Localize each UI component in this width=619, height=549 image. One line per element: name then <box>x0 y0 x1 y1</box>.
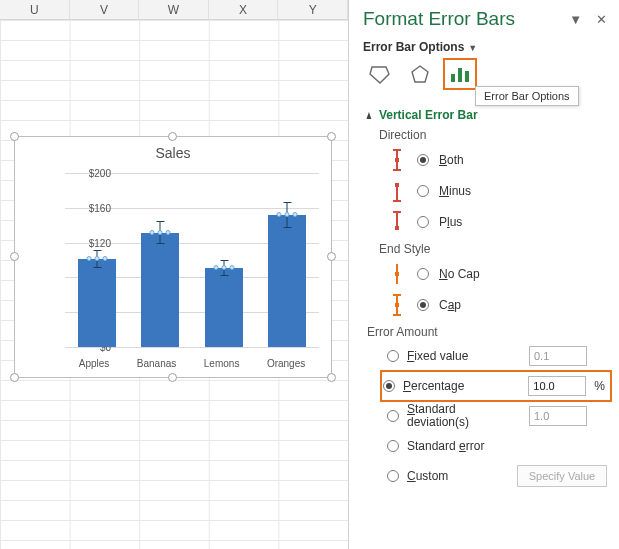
svg-rect-4 <box>465 71 469 82</box>
col-header[interactable]: W <box>139 0 209 19</box>
svg-rect-8 <box>395 158 399 162</box>
direction-minus-option[interactable]: Minus <box>387 177 607 205</box>
chart-x-axis: ApplesBananasLemonsOranges <box>65 358 319 369</box>
cap-glyph-icon <box>387 293 407 317</box>
svg-rect-9 <box>395 183 399 187</box>
embedded-chart[interactable]: Sales $0$40$80$120$160$200 ApplesBananas… <box>14 136 332 378</box>
column-headers: U V W X Y <box>0 0 348 20</box>
chart-bar[interactable] <box>268 215 306 347</box>
format-error-bars-pane: Format Error Bars ▼ ✕ Error Bar Options▼… <box>348 0 619 549</box>
direction-label: Direction <box>379 128 607 142</box>
specify-value-button[interactable]: Specify Value <box>517 465 607 487</box>
stddev-input[interactable]: 1.0 <box>529 406 587 426</box>
option-label: Fixed value <box>407 349 468 363</box>
custom-option[interactable]: Custom Specify Value <box>387 463 607 489</box>
radio[interactable] <box>387 470 399 482</box>
x-tick-label: Bananas <box>137 358 176 369</box>
chart-plot-area[interactable]: $0$40$80$120$160$200 <box>65 173 319 347</box>
col-header[interactable]: X <box>209 0 279 19</box>
fixed-value-option[interactable]: Fixed value 0.1 <box>387 343 607 369</box>
error-bar-options-dropdown[interactable]: Error Bar Options▼ <box>363 40 607 54</box>
svg-marker-0 <box>370 67 389 83</box>
resize-handle[interactable] <box>327 132 336 141</box>
resize-handle[interactable] <box>10 132 19 141</box>
percent-suffix: % <box>594 379 605 393</box>
minus-glyph-icon <box>387 179 407 203</box>
option-label: Standard deviation(s) <box>407 403 469 429</box>
chart-bar[interactable] <box>141 233 179 347</box>
end-style-nocap-option[interactable]: No Cap <box>387 260 607 288</box>
svg-rect-20 <box>395 303 399 307</box>
pane-options-dropdown-icon[interactable]: ▼ <box>569 12 582 27</box>
fill-and-line-icon[interactable] <box>367 62 393 86</box>
error-amount-label: Error Amount <box>367 325 607 339</box>
option-label: Cap <box>439 298 461 312</box>
col-header[interactable]: U <box>0 0 70 19</box>
worksheet-area[interactable]: U V W X Y Sales $0$40$80$120$160$200 App… <box>0 0 348 549</box>
direction-plus-option[interactable]: Plus <box>387 208 607 236</box>
chart-bar[interactable] <box>78 259 116 347</box>
standard-deviation-option[interactable]: Standard deviation(s) 1.0 <box>387 403 607 429</box>
svg-marker-1 <box>412 66 428 82</box>
radio[interactable] <box>387 350 399 362</box>
pane-title: Format Error Bars <box>363 8 515 30</box>
x-tick-label: Lemons <box>204 358 240 369</box>
resize-handle[interactable] <box>10 373 19 382</box>
radio[interactable] <box>417 185 429 197</box>
end-style-label: End Style <box>379 242 607 256</box>
radio[interactable] <box>387 410 399 422</box>
svg-rect-3 <box>458 68 462 82</box>
end-style-cap-option[interactable]: Cap <box>387 291 607 319</box>
option-label: No Cap <box>439 267 480 281</box>
effects-icon[interactable] <box>407 62 433 86</box>
fixed-value-input[interactable]: 0.1 <box>529 346 587 366</box>
resize-handle[interactable] <box>10 252 19 261</box>
radio[interactable] <box>417 154 429 166</box>
both-glyph-icon <box>387 148 407 172</box>
option-label: Minus <box>439 184 471 198</box>
radio[interactable] <box>417 299 429 311</box>
plus-glyph-icon <box>387 210 407 234</box>
option-label: Plus <box>439 215 462 229</box>
resize-handle[interactable] <box>168 373 177 382</box>
no-cap-glyph-icon <box>387 262 407 286</box>
radio[interactable] <box>383 380 395 392</box>
resize-handle[interactable] <box>327 373 336 382</box>
x-tick-label: Oranges <box>267 358 305 369</box>
svg-rect-16 <box>395 272 399 276</box>
radio[interactable] <box>417 216 429 228</box>
svg-rect-14 <box>395 226 399 230</box>
vertical-error-bar-section[interactable]: ▲Vertical Error Bar <box>363 108 607 122</box>
resize-handle[interactable] <box>327 252 336 261</box>
option-label: Custom <box>407 469 448 483</box>
svg-rect-2 <box>451 74 455 82</box>
percentage-option[interactable]: Percentage 10.0 % <box>383 373 609 399</box>
option-label: Both <box>439 153 464 167</box>
col-header[interactable]: V <box>70 0 140 19</box>
option-label: Percentage <box>403 379 464 393</box>
chart-bar[interactable] <box>205 268 243 347</box>
standard-error-option[interactable]: Standard error <box>387 433 607 459</box>
percentage-input[interactable]: 10.0 <box>528 376 586 396</box>
pane-close-icon[interactable]: ✕ <box>596 12 607 27</box>
col-header[interactable]: Y <box>278 0 348 19</box>
radio[interactable] <box>417 268 429 280</box>
resize-handle[interactable] <box>168 132 177 141</box>
chart-title[interactable]: Sales <box>15 145 331 161</box>
x-tick-label: Apples <box>79 358 110 369</box>
radio[interactable] <box>387 440 399 452</box>
bar-chart-options-icon[interactable] <box>447 62 473 86</box>
option-label: Standard error <box>407 439 484 453</box>
tooltip-error-bar-options: Error Bar Options <box>475 86 579 106</box>
direction-both-option[interactable]: Both <box>387 146 607 174</box>
